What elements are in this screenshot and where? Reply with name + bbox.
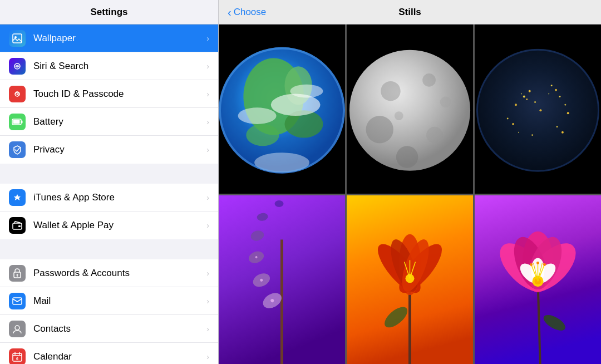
sidebar-item-contacts[interactable]: Contacts › [0,315,218,343]
settings-panel: Settings Wallpaper › [0,0,219,364]
svg-point-46 [526,99,528,100]
svg-point-35 [381,81,401,101]
chevron-icon: › [206,221,209,230]
chevron-icon: › [206,193,209,202]
sidebar-label-appstore: iTunes & App Store [33,192,204,203]
chevron-icon: › [206,324,209,333]
sidebar-label-calendar: Calendar [33,351,204,362]
right-header: ‹ Choose Stills [219,0,601,24]
settings-header: Settings [0,0,218,24]
svg-point-55 [539,109,541,111]
svg-point-38 [426,127,443,144]
svg-point-39 [396,146,418,168]
wallpaper-grid [219,24,601,364]
svg-point-57 [567,112,569,114]
right-panel-title: Stills [398,7,421,18]
svg-rect-6 [21,120,23,123]
svg-point-61 [556,126,558,127]
svg-point-45 [523,96,525,98]
back-button[interactable]: ‹ Choose [219,7,275,18]
sidebar-label-touchid: Touch ID & Passcode [33,88,204,100]
svg-point-50 [515,104,517,106]
svg-point-25 [246,124,279,146]
sidebar-item-passwords[interactable]: Passwords & Accounts › [0,259,218,287]
sidebar-label-siri: Siri & Search [33,61,204,72]
svg-point-52 [555,89,557,91]
settings-group-3: Passwords & Accounts › Mail › [0,259,218,364]
svg-point-105 [530,263,533,265]
sidebar-label-battery: Battery [33,116,204,127]
privacy-icon [9,141,26,158]
right-panel: ‹ Choose Stills [219,0,601,364]
sidebar-label-privacy: Privacy [33,144,204,155]
svg-text:6: 6 [16,357,18,361]
settings-group-1: Wallpaper › Siri & Search › [0,24,218,164]
wallpaper-earth[interactable] [219,24,345,194]
sidebar-label-wallet: Wallet & Apple Pay [33,220,204,231]
svg-rect-0 [13,34,22,43]
svg-point-58 [507,118,509,120]
svg-point-53 [548,94,549,95]
contacts-icon [9,321,26,337]
svg-point-47 [521,94,522,95]
chevron-icon: › [206,34,209,43]
svg-point-41 [395,111,403,120]
svg-point-4 [17,93,18,95]
svg-point-72 [275,200,284,206]
wallpaper-flower-orange[interactable] [347,195,473,365]
divider-2 [0,239,218,259]
wallpaper-flower-purple[interactable] [219,195,345,365]
svg-point-107 [543,263,546,265]
wallpaper-icon [9,30,26,47]
svg-point-51 [551,85,553,86]
chevron-icon: › [206,269,209,278]
svg-rect-13 [13,298,22,304]
sidebar-item-mail[interactable]: Mail › [0,287,218,315]
chevron-icon: › [206,297,209,306]
wallpaper-night-earth[interactable] [475,24,601,194]
wallet-icon [9,217,26,234]
battery-icon [9,114,26,130]
svg-point-28 [238,107,277,124]
divider-1 [0,164,218,184]
svg-point-63 [531,134,533,136]
svg-point-37 [366,116,393,143]
svg-point-54 [559,96,560,97]
svg-point-106 [536,261,539,264]
settings-list: Wallpaper › Siri & Search › [0,24,218,364]
svg-rect-7 [13,120,20,124]
sidebar-item-privacy[interactable]: Privacy › [0,136,218,164]
sidebar-item-wallet[interactable]: Wallet & Apple Pay › [0,211,218,239]
chevron-icon: › [206,145,209,154]
calendar-icon: 6 [9,348,26,364]
sidebar-item-touchid[interactable]: Touch ID & Passcode › [0,80,218,108]
chevron-icon: › [206,352,209,361]
back-label: Choose [234,7,267,18]
svg-point-49 [534,101,536,103]
svg-point-59 [512,123,514,125]
svg-point-36 [422,73,436,87]
chevron-icon: › [206,90,209,99]
sidebar-item-calendar[interactable]: 6 Calendar › [0,343,218,364]
appstore-icon [9,189,26,206]
sidebar-item-wallpaper[interactable]: Wallpaper › [0,24,218,52]
svg-point-30 [290,85,323,98]
svg-point-40 [440,97,451,108]
sidebar-label-contacts: Contacts [33,323,204,335]
chevron-icon: › [206,62,209,71]
sidebar-label-passwords: Passwords & Accounts [33,268,204,279]
siri-icon [9,58,26,75]
svg-point-60 [518,132,519,133]
sidebar-label-wallpaper: Wallpaper [33,33,204,44]
wallpaper-moon[interactable] [347,24,473,194]
back-chevron-icon: ‹ [228,7,231,18]
wallpaper-flower-pink[interactable] [475,195,601,365]
sidebar-item-siri[interactable]: Siri & Search › [0,52,218,80]
sidebar-item-appstore[interactable]: iTunes & App Store › [0,184,218,211]
touchid-icon [9,86,26,102]
svg-point-11 [17,274,18,276]
svg-rect-9 [18,225,21,227]
sidebar-item-battery[interactable]: Battery › [0,108,218,136]
svg-point-62 [561,131,564,134]
chevron-icon: › [206,117,209,126]
